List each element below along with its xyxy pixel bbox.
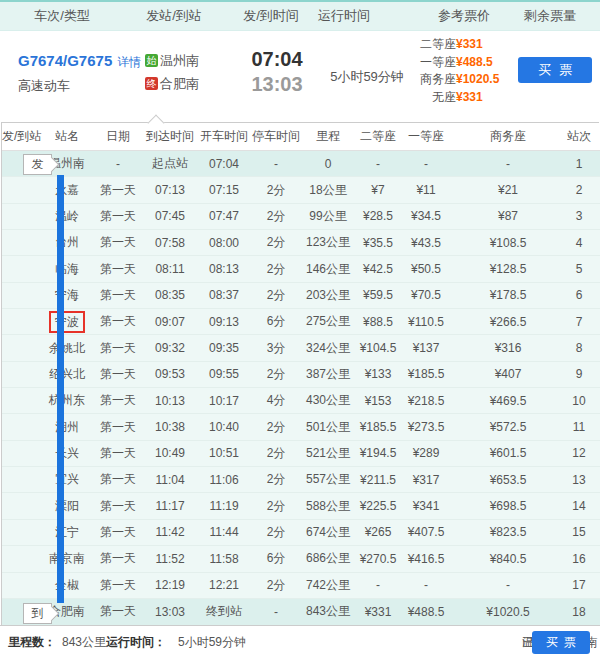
station-row[interactable]: 合肥南第一天13:03终到站-843公里¥331¥488.5¥1020.518	[2, 598, 600, 624]
price-value: ¥488.5	[456, 55, 493, 69]
distance-cell: 588公里	[302, 493, 354, 519]
no-cell: 10	[566, 388, 600, 414]
rail-cell	[2, 203, 40, 229]
buy-ticket-button-bottom[interactable]: 买票	[532, 631, 590, 654]
station-row[interactable]: 南京南第一天11:5211:586分686公里¥270.5¥416.5¥840.…	[2, 546, 600, 572]
price-line: 商务座¥1020.5	[408, 71, 499, 89]
station-row[interactable]: 余姚北第一天09:3209:353分324公里¥104.5¥137¥3168	[2, 335, 600, 361]
station-row[interactable]: 溧阳第一天11:1711:192分588公里¥225.5¥341¥698.514	[2, 493, 600, 519]
station-cell: 溧阳	[40, 493, 94, 519]
station-cell: 湖州	[40, 414, 94, 440]
station-row[interactable]: 温岭第一天07:4507:472分99公里¥28.5¥34.5¥873	[2, 203, 600, 229]
stops-table: 发/到站站名日期到达时间开车时间停车时间里程二等座一等座商务座站次 温州南-起点…	[2, 123, 600, 625]
depart-cell: 11:58	[198, 546, 250, 572]
duration: 5小时59分钟	[330, 68, 404, 86]
seat2-cell: ¥185.5	[354, 414, 402, 440]
station-row[interactable]: 全椒第一天12:1912:212分742公里---17	[2, 572, 600, 598]
stop-cell: 6分	[250, 309, 302, 335]
stop-cell: 2分	[250, 414, 302, 440]
seat1-cell: ¥317	[402, 467, 450, 493]
seat2-cell: ¥28.5	[354, 203, 402, 229]
date-cell: 第一天	[94, 519, 142, 545]
distance-cell: 843公里	[302, 598, 354, 624]
business-cell: ¥840.5	[450, 546, 566, 572]
rail-cell	[2, 309, 40, 335]
arrive-cell: 09:07	[142, 309, 198, 335]
distance-cell: 742公里	[302, 572, 354, 598]
business-cell: ¥87	[450, 203, 566, 229]
depart-cell: 08:37	[198, 282, 250, 308]
no-cell: 9	[566, 361, 600, 387]
price-value: ¥331	[456, 37, 483, 51]
station-cell: 宁海	[40, 282, 94, 308]
no-cell: 16	[566, 546, 600, 572]
depart-cell: 11:44	[198, 519, 250, 545]
distance-cell: 275公里	[302, 309, 354, 335]
no-cell: 3	[566, 203, 600, 229]
price-line: 无座¥331	[408, 89, 499, 107]
date-cell: 第一天	[94, 414, 142, 440]
summary-header-col: 剩余票量	[524, 2, 576, 29]
train-number-text: G7674/G7675	[18, 52, 112, 69]
mileage-value: 843公里	[62, 626, 106, 659]
station-row[interactable]: 湖州第一天10:3810:402分501公里¥185.5¥273.5¥572.5…	[2, 414, 600, 440]
station-cell: 余姚北	[40, 335, 94, 361]
station-row[interactable]: 宁波第一天09:0709:136分275公里¥88.5¥110.5¥266.57	[2, 309, 600, 335]
station-row[interactable]: 杭州东第一天10:1310:174分430公里¥153¥218.5¥469.51…	[2, 388, 600, 414]
buy-ticket-button-top[interactable]: 买票	[518, 57, 592, 83]
arrive-cell: 09:53	[142, 361, 198, 387]
station-row[interactable]: 临海第一天08:1108:132分146公里¥42.5¥50.5¥128.55	[2, 256, 600, 282]
rail-cell	[2, 519, 40, 545]
date-cell: 第一天	[94, 493, 142, 519]
date-cell: 第一天	[94, 282, 142, 308]
origin-line: 始温州南	[145, 49, 199, 72]
seat2-cell: ¥35.5	[354, 230, 402, 256]
distance-cell: 430公里	[302, 388, 354, 414]
station-cell: 永嘉	[40, 177, 94, 203]
stops-col-header: 到达时间	[142, 123, 198, 151]
business-cell: ¥266.5	[450, 309, 566, 335]
arrive-cell: 10:13	[142, 388, 198, 414]
station-row[interactable]: 绍兴北第一天09:5309:552分387公里¥133¥185.5¥4079	[2, 361, 600, 387]
depart-cell: 07:04	[198, 151, 250, 177]
station-row[interactable]: 台州第一天07:5808:002分123公里¥35.5¥43.5¥108.54	[2, 230, 600, 256]
price-value: ¥1020.5	[456, 72, 499, 86]
station-row[interactable]: 江宁第一天11:4211:442分674公里¥265¥407.5¥823.515	[2, 519, 600, 545]
station-row[interactable]: 宜兴第一天11:0411:062分557公里¥211.5¥317¥653.513	[2, 467, 600, 493]
station-row[interactable]: 宁海第一天08:3508:372分203公里¥59.5¥70.5¥178.56	[2, 282, 600, 308]
station-row[interactable]: 长兴第一天10:4910:512分521公里¥194.5¥289¥601.512	[2, 440, 600, 466]
depart-cell: 09:13	[198, 309, 250, 335]
no-cell: 14	[566, 493, 600, 519]
distance-cell: 521公里	[302, 440, 354, 466]
arrive-cell: 09:32	[142, 335, 198, 361]
distance-cell: 146公里	[302, 256, 354, 282]
no-cell: 7	[566, 309, 600, 335]
arrive-cell: 起点站	[142, 151, 198, 177]
no-cell: 15	[566, 519, 600, 545]
price-label: 一等座	[408, 54, 456, 72]
seat2-cell: ¥194.5	[354, 440, 402, 466]
depart-cell: 08:13	[198, 256, 250, 282]
station-row[interactable]: 温州南-起点站07:04-0---1	[2, 151, 600, 177]
rail-cell	[2, 572, 40, 598]
price-line: 一等座¥488.5	[408, 54, 499, 72]
distance-cell: 203公里	[302, 282, 354, 308]
price-line: 二等座¥331	[408, 36, 499, 54]
no-cell: 2	[566, 177, 600, 203]
date-cell: 第一天	[94, 256, 142, 282]
station-cell: 江宁	[40, 519, 94, 545]
stop-cell: 2分	[250, 203, 302, 229]
depart-cell: 12:21	[198, 572, 250, 598]
station-cell: 绍兴北	[40, 361, 94, 387]
rail-cell	[2, 467, 40, 493]
distance-cell: 99公里	[302, 203, 354, 229]
rail-cell	[2, 256, 40, 282]
station-row[interactable]: 永嘉第一天07:1307:152分18公里¥7¥11¥212	[2, 177, 600, 203]
stop-cell: 2分	[250, 230, 302, 256]
distance-cell: 123公里	[302, 230, 354, 256]
rail-cell	[2, 335, 40, 361]
no-cell: 11	[566, 414, 600, 440]
seat2-cell: ¥88.5	[354, 309, 402, 335]
arrive-cell: 12:19	[142, 572, 198, 598]
depart-cell: 07:47	[198, 203, 250, 229]
